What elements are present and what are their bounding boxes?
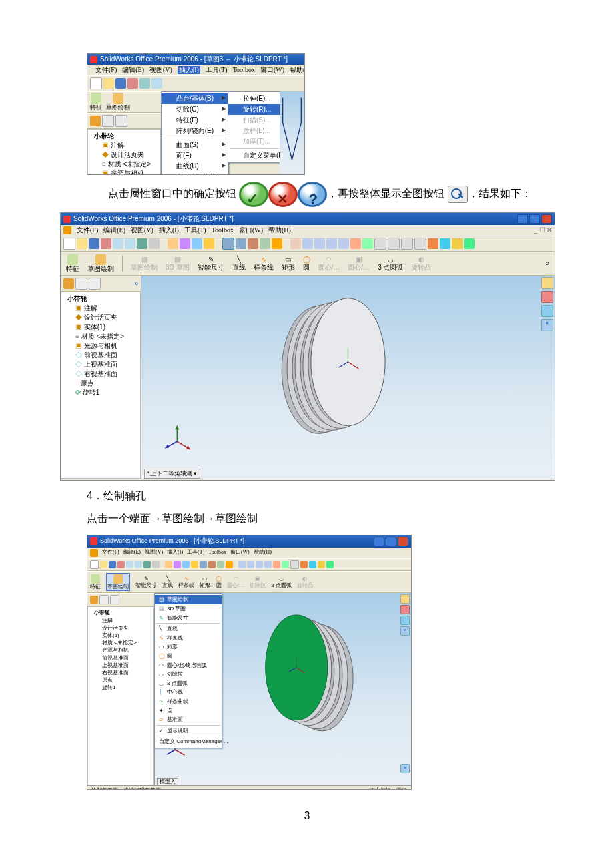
close-icon[interactable] [398, 537, 408, 546]
std-toolbar[interactable] [61, 236, 555, 252]
tb-icon[interactable] [374, 238, 386, 250]
tb-icon[interactable] [338, 238, 349, 249]
cm-item[interactable]: ▣圆心/… [348, 256, 370, 272]
tree-light[interactable]: 光源与相机 [111, 170, 144, 175]
cm-item[interactable]: ▭矩形 [282, 256, 295, 272]
tree-tabs[interactable] [87, 113, 161, 129]
menu-view[interactable]: 视图(V) [131, 226, 154, 234]
mi-custom[interactable]: 自定义菜单(M) [228, 150, 280, 161]
ctx-show[interactable]: 显示说明 [167, 728, 188, 734]
tab-icon[interactable] [102, 115, 114, 127]
tb-icon[interactable] [204, 238, 214, 249]
viewport-label[interactable]: *上下二等角轴测 ▾ [144, 469, 200, 479]
ctx-spline[interactable]: 样条线 [167, 635, 183, 641]
task-pane-tabs[interactable]: « [400, 594, 410, 636]
tree-light[interactable]: 光源与相机 [84, 342, 117, 349]
menu-file[interactable]: 文件(F) [95, 66, 117, 74]
tree-material[interactable]: 材质 <未指定> [81, 333, 124, 340]
mi-sweep[interactable]: 扫描(S)... [228, 115, 280, 126]
max-icon[interactable] [529, 214, 540, 224]
std-toolbar[interactable] [87, 75, 304, 91]
sketch-icon[interactable] [95, 254, 106, 265]
menu-help[interactable]: 帮助(H) [268, 226, 291, 234]
cm-item[interactable]: ∿样条线 [254, 256, 274, 272]
ctx-arc[interactable]: 圆心/起/终点画弧 [167, 662, 207, 668]
tree-origin[interactable]: 原点 [81, 379, 94, 387]
cm-item[interactable]: ◐旋转凸 [411, 256, 431, 272]
menu-view[interactable]: 视图(V) [149, 66, 172, 74]
tb-icon[interactable] [137, 238, 147, 249]
mi-extrude[interactable]: 拉伸(E)... [228, 93, 280, 104]
cm-item[interactable]: ◡3 点圆弧 [378, 256, 403, 272]
save-icon[interactable] [115, 78, 126, 89]
tree-root[interactable]: 小带轮 [90, 132, 158, 141]
tb-icon[interactable] [452, 238, 463, 249]
close-icon[interactable] [541, 214, 552, 224]
tb-icon[interactable] [113, 238, 123, 249]
tb-icon[interactable] [440, 238, 450, 249]
viewport[interactable]: « *上下二等角轴测 ▾ [141, 276, 555, 479]
taskpane-icon[interactable] [541, 305, 553, 317]
cm-item[interactable]: ◠圆心/… [318, 256, 340, 272]
cmd-manager[interactable]: 特征 草图绘制 ✎智能尺寸 ╲直线 ∿样条线 ▭矩形 ◯圆 ◠圆心/… ▣切除拉… [87, 571, 411, 594]
ctx-point[interactable]: 点 [167, 708, 172, 714]
mi-boss[interactable]: 凸台/基体(B) [162, 93, 228, 104]
tb-icon[interactable] [77, 238, 87, 249]
tb-icon[interactable] [428, 238, 438, 249]
tb-icon[interactable] [89, 238, 99, 249]
min-icon[interactable] [517, 214, 528, 224]
tb-icon[interactable] [236, 238, 246, 249]
ctx-multi[interactable]: 样条曲线 [167, 698, 188, 704]
menu-insert[interactable]: 插入(I) [159, 226, 179, 234]
tb-icon[interactable] [290, 238, 301, 249]
ctx-cut[interactable]: 切除拉 [167, 671, 183, 677]
tab-icon[interactable] [90, 116, 101, 126]
tree-right[interactable]: 右视基准面 [84, 370, 117, 377]
print-icon[interactable] [127, 78, 138, 89]
boss-submenu[interactable]: 拉伸(E)... 旋转(R)... 扫描(S)... 放样(L)... 加厚(T… [228, 91, 281, 163]
feature-tree[interactable]: 小带轮 ▣ 注解 ◆ 设计活页夹 ▣ 实体(1) ≡ 材质 <未指定> ▣ 光源… [61, 292, 141, 479]
cm-item[interactable]: ▤草图绘制 [131, 256, 158, 272]
tree-material[interactable]: 材质 <未指定> [108, 160, 151, 168]
insert-menu[interactable]: 凸台/基体(B) 切除(C) 特征(F) 阵列/镜向(E) 曲面(S) 面(F)… [161, 91, 229, 175]
tb-icon[interactable] [362, 238, 373, 249]
tree-root[interactable]: 小带轮 [63, 294, 138, 304]
tb-icon[interactable] [180, 238, 190, 249]
menubar[interactable]: 文件(F) 编辑(E) 视图(V) 插入(I) 工具(T) Toolbox 窗口… [87, 65, 304, 75]
feature-tree[interactable]: 小带轮 ▣ 注解 ◆ 设计活页夹 ≡ 材质 <未指定> ▣ 光源与相机 ◇ 前视… [87, 129, 161, 175]
cm-item[interactable]: ╲直线 [232, 256, 246, 272]
ctx-arc3[interactable]: 3 点圆弧 [167, 680, 188, 686]
menu-tools[interactable]: 工具(T) [184, 226, 206, 234]
tree-top[interactable]: 上视基准面 [84, 361, 117, 368]
tab-icon[interactable] [63, 278, 74, 289]
cm-item[interactable]: ◯圆 [303, 256, 310, 272]
menu-toolbox[interactable]: Toolbox [212, 226, 234, 234]
zoomfit-icon[interactable] [448, 186, 468, 203]
ctx-3dsketch[interactable]: 3D 草图 [167, 606, 186, 612]
open-icon[interactable] [103, 78, 114, 89]
max-icon[interactable] [386, 537, 396, 546]
tb-icon[interactable] [272, 238, 282, 249]
cm-item[interactable]: ✎智能尺寸 [198, 256, 224, 272]
taskpane-icon[interactable]: « [541, 319, 553, 331]
menu-edit[interactable]: 编辑(E) [103, 226, 125, 234]
sketch-icon[interactable] [113, 93, 123, 104]
tb-icon[interactable] [222, 238, 234, 250]
mi-refgeo[interactable]: 参考几何体(G) [162, 172, 228, 175]
ctx-plane[interactable]: 基准面 [167, 716, 183, 722]
viewport-tab[interactable]: 模型入 [157, 778, 178, 786]
tree-design[interactable]: 设计活页夹 [111, 151, 144, 158]
feature-icon[interactable] [67, 254, 78, 265]
mi-face[interactable]: 面(F) [162, 150, 228, 161]
ctx-smartdim[interactable]: 智能尺寸 [167, 615, 188, 621]
mi-loft[interactable]: 放样(L)... [228, 126, 280, 136]
tab-icon[interactable] [115, 115, 127, 127]
tb-icon[interactable] [248, 238, 258, 249]
tb-icon[interactable] [149, 238, 160, 249]
mi-revolve[interactable]: 旋转(R)... [228, 104, 280, 115]
tb-icon[interactable] [63, 238, 75, 250]
tool-icon[interactable] [139, 78, 150, 89]
cmd-manager[interactable]: 特征 草图绘制 [87, 91, 161, 113]
menu-tools[interactable]: 工具(T) [206, 66, 228, 74]
tb-icon[interactable] [326, 238, 337, 249]
